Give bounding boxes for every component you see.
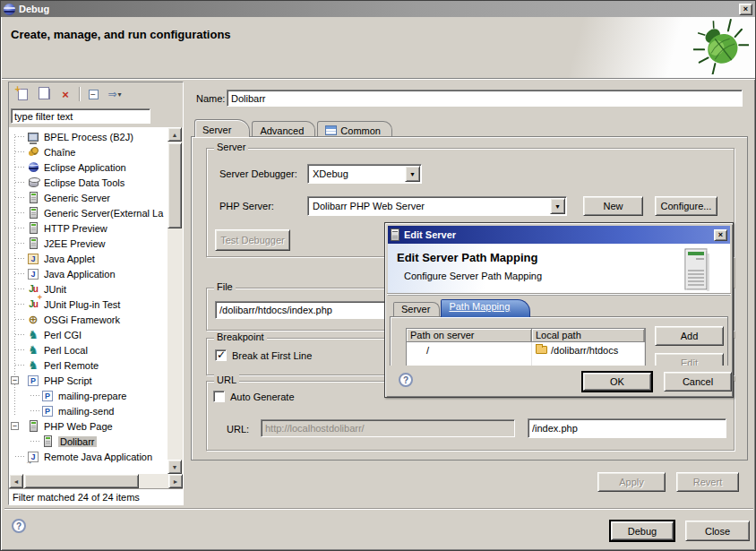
php-icon: P [41,405,54,418]
collapse-all-button[interactable]: − [85,86,101,102]
close-button[interactable]: Close [685,521,750,541]
delete-button[interactable]: × [57,86,73,102]
tree-item-junit-plugin-test[interactable]: JuJUnit Plug-in Test [9,297,168,312]
cell-path-on-server: / [407,342,532,357]
horizontal-scroll-thumb[interactable] [24,474,139,488]
tree-item-generic-server-external[interactable]: Generic Server(External La [9,205,168,220]
configure-button[interactable]: Configure... [655,196,717,216]
new-server-button[interactable]: New [583,196,643,216]
scroll-down-icon[interactable]: ▼ [168,460,182,474]
server-icon [27,192,39,204]
tree-item-java-application[interactable]: JJava Application [9,266,168,281]
filter-options-button[interactable]: ⇒ ▾ [107,86,123,102]
column-path-on-server[interactable]: Path on server [407,329,532,342]
tree-item-bpel-process[interactable]: BPEL Process (B2J) [9,129,168,144]
tree-item-j2ee-preview[interactable]: J2EE Preview [9,236,168,251]
server-debugger-select[interactable]: XDebug ▼ [307,164,422,184]
window-titlebar[interactable]: Debug × [1,1,755,17]
path-mapping-panel: Path on server Local path / /dolibarr/ht… [390,316,728,366]
junit-plugin-icon: Ju [27,298,39,311]
tree-item-perl-cgi[interactable]: ♞Perl CGI [9,327,168,342]
tree-item-php-script[interactable]: −PPHP Script [9,373,168,388]
tab-advanced[interactable]: Advanced [252,121,315,137]
ok-button[interactable]: OK [581,371,653,392]
page-title: Create, manage, and run configurations [11,28,231,41]
scroll-up-icon[interactable]: ▲ [168,127,182,142]
server-tower-icon [683,248,710,291]
name-input[interactable] [227,90,743,107]
duplicate-icon [41,89,50,99]
server-icon [391,228,399,241]
server-debugger-label: Server Debugger: [219,168,297,179]
sidebar-toolbar: × − ⇒ ▾ [9,82,183,107]
auto-generate-option[interactable]: Auto Generate [213,391,295,402]
cancel-button[interactable]: Cancel [664,372,732,392]
window-title: Debug [19,4,739,14]
break-first-line-option[interactable]: Break at First Line [215,349,312,361]
dialog-close-button[interactable]: × [714,229,727,241]
collapse-expander[interactable]: − [11,376,19,384]
tree-item-chaine[interactable]: Chaîne [9,144,168,159]
dialog-separator [387,293,731,295]
dropdown-caret-icon: ▾ [118,90,122,99]
dialog-tab-path-mapping[interactable]: Path Mapping [441,299,530,317]
window-close-button[interactable]: × [739,4,752,15]
break-first-line-checkbox[interactable] [215,349,227,361]
help-button[interactable]: ? [12,519,26,533]
url-path-input[interactable] [528,418,726,438]
tree-item-eclipse-application[interactable]: Eclipse Application [9,159,168,175]
chevron-down-icon[interactable]: ▼ [550,198,565,214]
chevron-down-icon[interactable]: ▼ [405,166,420,182]
java-application-icon: J [27,268,39,280]
dialog-titlebar[interactable]: Edit Server × [388,226,730,244]
tab-common[interactable]: Common [317,121,392,137]
filter-options-icon: ⇒ [107,88,116,100]
tree-item-dolibarr[interactable]: Dolibarr [9,434,168,449]
duplicate-button[interactable] [36,86,52,102]
tree-item-generic-server[interactable]: Generic Server [9,190,168,205]
table-row[interactable]: / /dolibarr/htdocs [407,342,645,357]
auto-generate-checkbox[interactable] [213,391,225,402]
revert-button: Revert [676,472,739,492]
add-button[interactable]: Add [655,326,724,346]
dialog-help-button[interactable]: ? [399,373,413,387]
tree-item-php-web-page[interactable]: −PHP Web Page [9,418,168,434]
filter-input[interactable] [11,108,150,124]
tree-item-remote-java-application[interactable]: JRemote Java Application [9,449,168,464]
dialog-subheading: Configure Server Path Mapping [404,271,542,281]
dialog-button-bar: ? OK Cancel [388,366,730,396]
tree-item-http-preview[interactable]: HTTP Preview [9,220,168,236]
server-icon [27,222,39,235]
dialog-tab-server[interactable]: Server [393,302,440,317]
tab-server[interactable]: Server [194,119,250,137]
edit-button: Edit [655,353,724,366]
filter-row [9,107,183,127]
dialog-body: Server Path Mapping Path on server Local… [388,296,730,366]
tree-item-mailing-prepare[interactable]: Pmailing-prepare [9,388,168,403]
editor-tabs: Server Advanced Common [194,119,394,137]
tree-item-eclipse-data-tools[interactable]: Eclipse Data Tools [9,175,168,190]
tree-item-mailing-send[interactable]: Pmailing-send [9,403,168,418]
tree-item-java-applet[interactable]: JJava Applet [9,251,168,266]
tree-vertical-scrollbar[interactable]: ▲ ▼ [168,127,183,474]
vertical-scroll-thumb[interactable] [168,142,182,228]
php-server-select[interactable]: Dolibarr PHP Web Server ▼ [307,196,567,216]
scroll-left-icon[interactable]: ◄ [9,474,23,488]
eclipse-icon [4,4,15,15]
scroll-right-icon[interactable]: ► [168,474,183,488]
table-icon [325,125,337,135]
file-group-legend: File [214,281,236,292]
new-configuration-button[interactable] [14,86,30,102]
tree-item-perl-local[interactable]: ♞Perl Local [9,342,168,357]
header-banner: Create, manage, and run configurations [2,17,756,79]
column-local-path[interactable]: Local path [532,329,645,342]
collapse-expander[interactable]: − [11,422,19,430]
debug-button[interactable]: Debug [609,520,675,542]
tree-item-junit[interactable]: JuJUnit [9,281,168,297]
database-icon [27,176,39,189]
tree-horizontal-scrollbar[interactable]: ◄ ► [9,474,183,488]
new-configuration-icon [18,89,28,100]
tree-item-perl-remote[interactable]: ♞Perl Remote [9,357,168,373]
tree-item-osgi-framework[interactable]: ⊕OSGi Framework [9,312,168,327]
apply-button: Apply [597,472,666,492]
